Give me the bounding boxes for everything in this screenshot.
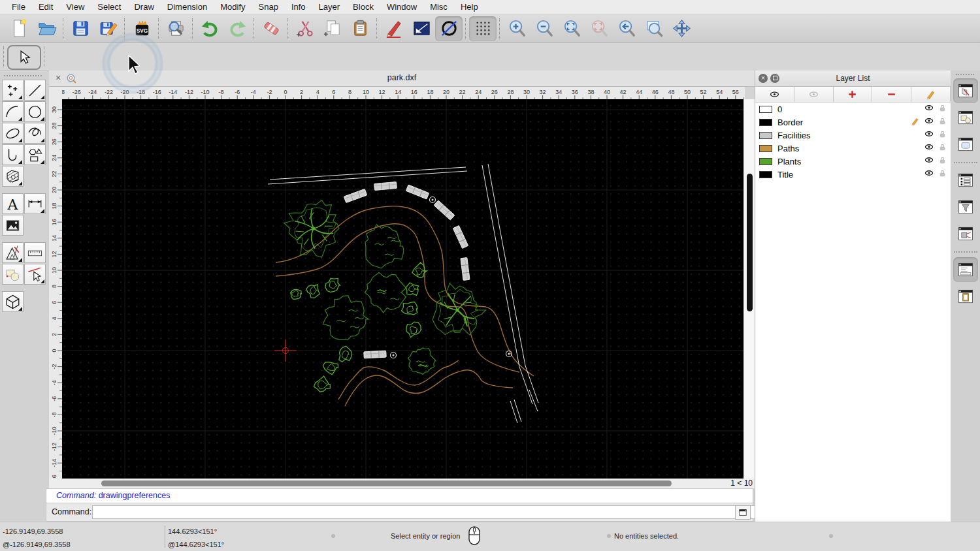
layer-visibility-toggle[interactable] — [920, 116, 934, 129]
layer-lock-toggle[interactable] — [934, 129, 947, 141]
menu-layer[interactable]: Layer — [312, 2, 347, 12]
menu-dimension[interactable]: Dimension — [161, 2, 214, 12]
panel-view-button[interactable] — [953, 132, 978, 157]
text-tool-button[interactable]: A — [2, 193, 24, 214]
point-tools-button[interactable] — [2, 80, 24, 101]
layer-lock-toggle[interactable] — [934, 155, 947, 167]
layer-visibility-toggle[interactable] — [920, 155, 934, 168]
svg-export-button[interactable]: SVG — [128, 16, 155, 41]
zoom-previous-button[interactable] — [613, 16, 640, 41]
delete-button[interactable] — [257, 16, 285, 41]
layer-row-title[interactable]: Title — [755, 168, 951, 181]
hatch-tool-button[interactable] — [2, 166, 24, 187]
circle-tools-button[interactable] — [24, 101, 46, 122]
shape-tools-button[interactable] — [24, 144, 46, 165]
menu-modify[interactable]: Modify — [214, 2, 252, 12]
zoom-auto-button[interactable] — [558, 16, 585, 41]
command-widget-toggle-button[interactable] — [735, 505, 751, 520]
save-button[interactable] — [67, 16, 94, 41]
add-layer-button[interactable] — [834, 87, 873, 102]
redo-button[interactable] — [223, 16, 251, 41]
panel-layer-list-button[interactable] — [953, 168, 978, 193]
menu-block[interactable]: Block — [346, 2, 380, 12]
open-file-button[interactable] — [33, 16, 60, 41]
strip-handle[interactable] — [956, 74, 974, 75]
vertical-scrollbar[interactable] — [743, 99, 755, 479]
drafting-tools-button[interactable] — [2, 242, 24, 263]
angle-tool-button[interactable] — [408, 16, 435, 41]
attributes-tool-button[interactable] — [24, 264, 46, 285]
polyline-tools-button[interactable] — [2, 144, 24, 165]
zoom-selection-button[interactable] — [585, 16, 613, 41]
menu-select[interactable]: Select — [91, 2, 127, 12]
horizontal-scrollbar[interactable]: 1 < 10 — [49, 479, 755, 488]
remove-layer-button[interactable] — [872, 87, 911, 102]
arc-tools-button[interactable] — [2, 101, 24, 122]
zoom-out-button[interactable] — [531, 16, 558, 41]
menu-draw[interactable]: Draw — [127, 2, 160, 12]
horizontal-scrollbar-thumb[interactable] — [101, 480, 672, 486]
solid-tools-button[interactable] — [2, 291, 24, 312]
panel-filter-button[interactable] — [953, 195, 978, 219]
svg-text:6: 6 — [332, 89, 335, 95]
paste-button[interactable] — [346, 16, 374, 41]
panel-command-line-button[interactable] — [953, 257, 978, 282]
layer-visibility-toggle[interactable] — [920, 168, 934, 181]
layer-lock-toggle[interactable] — [934, 142, 947, 154]
modify-tools-button[interactable] — [2, 264, 24, 285]
drafting-icon — [4, 244, 22, 262]
svg-text:32: 32 — [540, 89, 546, 95]
measure-tools-button[interactable] — [24, 242, 46, 263]
spline-tools-button[interactable] — [24, 123, 46, 144]
pan-button[interactable] — [668, 16, 695, 41]
edit-layer-button[interactable] — [911, 87, 951, 102]
layer-row-paths[interactable]: Paths — [755, 142, 951, 155]
layer-row-plants[interactable]: Plants — [755, 155, 951, 168]
menu-edit[interactable]: Edit — [32, 2, 59, 12]
zoom-in-button[interactable] — [503, 16, 531, 41]
print-preview-button[interactable] — [162, 16, 189, 41]
menu-help[interactable]: Help — [454, 2, 485, 12]
image-tool-button[interactable] — [2, 215, 24, 236]
menu-misc[interactable]: Misc — [423, 2, 454, 12]
new-file-button[interactable] — [5, 16, 33, 41]
menu-file[interactable]: File — [5, 2, 32, 12]
edit-pencil-button[interactable] — [380, 16, 408, 41]
hide-all-layers-button[interactable] — [794, 87, 834, 102]
svg-text:22: 22 — [459, 89, 466, 95]
save-as-button[interactable] — [94, 16, 122, 41]
ellipse-tools-button[interactable] — [2, 123, 24, 144]
vertical-scrollbar-thumb[interactable] — [747, 174, 753, 311]
panel-appearance-button[interactable] — [953, 78, 978, 103]
menu-view[interactable]: View — [59, 2, 91, 12]
layer-row-border[interactable]: Border — [755, 116, 951, 129]
layer-lock-toggle[interactable] — [934, 103, 947, 115]
undo-button[interactable] — [196, 16, 223, 41]
grid-toggle-button[interactable] — [469, 16, 497, 41]
panel-projection-button[interactable] — [953, 221, 978, 246]
panel-clipboard-button[interactable] — [953, 284, 978, 309]
layer-color-swatch — [759, 132, 772, 139]
menu-info[interactable]: Info — [285, 2, 312, 12]
line-tools-button[interactable] — [24, 80, 46, 101]
palette-handle[interactable] — [4, 75, 42, 76]
layer-visibility-toggle[interactable] — [920, 102, 934, 116]
dimension-tools-button[interactable] — [24, 193, 46, 214]
show-all-layers-button[interactable] — [755, 87, 794, 102]
selection-tool-button[interactable] — [7, 45, 41, 70]
layer-lock-toggle[interactable] — [934, 168, 947, 180]
restrict-off-button[interactable] — [435, 16, 463, 41]
layer-row-facilities[interactable]: Facilities — [755, 129, 951, 142]
menu-snap[interactable]: Snap — [252, 2, 285, 12]
drawing-canvas[interactable] — [62, 99, 743, 479]
cut-button[interactable] — [291, 16, 319, 41]
layer-visibility-toggle[interactable] — [920, 129, 934, 142]
menu-window[interactable]: Window — [380, 2, 423, 12]
copy-button[interactable] — [319, 16, 346, 41]
layer-row-0[interactable]: 0 — [755, 102, 951, 116]
panel-blocks-button[interactable] — [953, 105, 978, 130]
layer-visibility-toggle[interactable] — [920, 142, 934, 155]
command-input[interactable] — [92, 505, 788, 519]
zoom-window-button[interactable] — [640, 16, 668, 41]
layer-lock-toggle[interactable] — [934, 116, 947, 128]
